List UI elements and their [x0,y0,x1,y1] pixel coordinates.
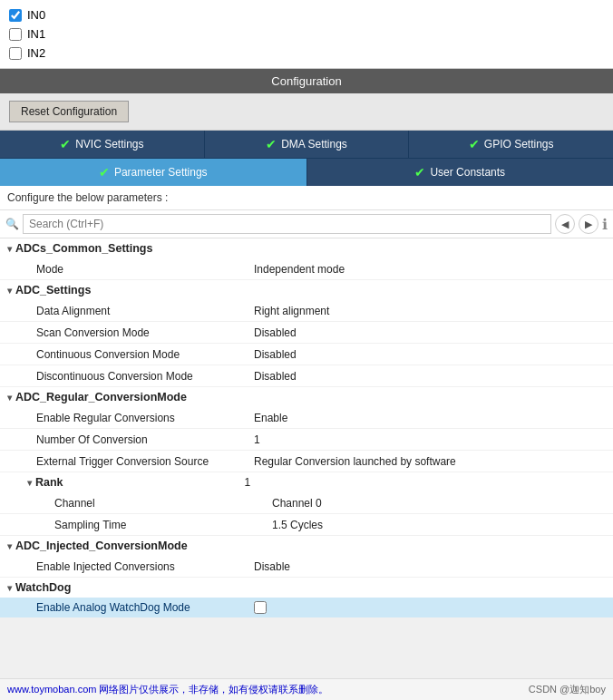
gpio-check-icon: ✔ [469,137,480,151]
tab-dma-settings[interactable]: ✔ DMA Settings [205,131,410,158]
adcs-common-title: ADCs_Common_Settings [15,242,152,255]
reset-area: Reset Configuration [0,93,613,131]
discontinuous-conversion-value: Disabled [254,370,606,383]
enable-watchdog-row: Enable Analog WatchDog Mode [0,598,613,617]
continuous-conversion-value: Disabled [254,348,606,361]
section-rank: ▾ Rank 1 Channel Channel 0 Sampling Time… [0,472,613,536]
external-trigger-name: External Trigger Conversion Source [36,455,254,468]
reset-config-button[interactable]: Reset Configuration [9,101,129,122]
sampling-time-row: Sampling Time 1.5 Cycles [0,514,613,536]
adc-regular-header[interactable]: ▾ ADC_Regular_ConversionMode [0,387,613,407]
discontinuous-conversion-name: Discontinuous Conversion Mode [36,370,254,383]
adc-settings-header[interactable]: ▾ ADC_Settings [0,280,613,300]
enable-injected-value: Disable [254,560,606,573]
num-conversion-value: 1 [254,433,606,446]
channel-value: Channel 0 [272,497,606,510]
search-bar: 🔍 ◀ ▶ ℹ [0,210,613,238]
in0-checkbox[interactable] [9,9,22,22]
param-description: Configure the below parameters : [0,186,613,210]
config-header: Configuration [0,69,613,93]
data-alignment-value: Right alignment [254,305,606,317]
param-check-icon: ✔ [99,165,110,180]
checkbox-in2: IN2 [9,44,604,63]
adc-injected-header[interactable]: ▾ ADC_Injected_ConversionMode [0,536,613,556]
footer-left-text: www.toymoban.com 网络图片仅供展示，非存储，如有侵权请联系删除。 [7,683,328,696]
in1-label: IN1 [27,27,45,41]
external-trigger-value: Regular Conversion launched by software [254,455,606,468]
search-input[interactable] [23,214,551,234]
checkbox-area: IN0 IN1 IN2 [0,0,613,69]
section-adcs-common: ▾ ADCs_Common_Settings Mode Independent … [0,238,613,280]
tab-parameter-settings[interactable]: ✔ Parameter Settings [0,159,307,186]
tab-row-1: ✔ NVIC Settings ✔ DMA Settings ✔ GPIO Se… [0,131,613,158]
enable-regular-value: Enable [254,412,606,424]
tab-row-2: ✔ Parameter Settings ✔ User Constants [0,158,613,186]
watchdog-header[interactable]: ▾ WatchDog [0,578,613,598]
tab-user-constants[interactable]: ✔ User Constants [307,159,614,186]
rank-header[interactable]: ▾ Rank 1 [0,472,613,492]
search-icon: 🔍 [5,218,19,230]
data-alignment-name: Data Alignment [36,305,254,317]
gpio-tab-label: GPIO Settings [484,138,554,151]
section-adc-settings: ▾ ADC_Settings Data Alignment Right alig… [0,280,613,387]
section-adc-regular: ▾ ADC_Regular_ConversionMode Enable Regu… [0,387,613,472]
enable-injected-conversions-row: Enable Injected Conversions Disable [0,556,613,578]
tab-gpio-settings[interactable]: ✔ GPIO Settings [409,131,613,158]
watchdog-chevron: ▾ [7,583,12,593]
nvic-tab-label: NVIC Settings [75,138,143,151]
nvic-check-icon: ✔ [60,137,71,151]
footer: www.toymoban.com 网络图片仅供展示，非存储，如有侵权请联系删除。… [0,678,613,700]
adcs-mode-name: Mode [36,263,254,276]
scan-conversion-name: Scan Conversion Mode [36,326,254,339]
adc-injected-chevron: ▾ [7,541,12,551]
scan-conversion-row: Scan Conversion Mode Disabled [0,322,613,344]
user-tab-label: User Constants [430,166,505,179]
sampling-time-name: Sampling Time [54,519,272,531]
checkbox-in1: IN1 [9,24,604,44]
adc-settings-title: ADC_Settings [15,284,91,297]
dma-tab-label: DMA Settings [281,138,347,151]
adc-regular-chevron: ▾ [7,393,12,403]
enable-regular-name: Enable Regular Conversions [36,412,254,424]
rank-value: 1 [245,476,251,489]
channel-name: Channel [54,497,272,510]
discontinuous-conversion-row: Discontinuous Conversion Mode Disabled [0,365,613,387]
sampling-time-value: 1.5 Cycles [272,519,606,531]
data-alignment-row: Data Alignment Right alignment [0,300,613,322]
enable-watchdog-name: Enable Analog WatchDog Mode [36,601,254,614]
external-trigger-row: External Trigger Conversion Source Regul… [0,451,613,472]
continuous-conversion-name: Continuous Conversion Mode [36,348,254,361]
info-icon: ℹ [602,216,608,233]
adc-regular-title: ADC_Regular_ConversionMode [15,391,187,403]
prev-nav-button[interactable]: ◀ [555,214,575,234]
channel-row: Channel Channel 0 [0,492,613,514]
section-watchdog: ▾ WatchDog Enable Analog WatchDog Mode [0,578,613,617]
in2-label: IN2 [27,46,45,60]
config-header-text: Configuration [271,74,341,88]
in0-label: IN0 [27,8,45,22]
user-check-icon: ✔ [414,165,425,180]
footer-right-text: CSDN @迦知boy [529,683,606,696]
enable-injected-name: Enable Injected Conversions [36,560,254,573]
rank-title: Rank [35,476,63,489]
adcs-common-chevron: ▾ [7,244,12,254]
adcs-common-header[interactable]: ▾ ADCs_Common_Settings [0,238,613,258]
checkbox-in0: IN0 [9,5,604,24]
tab-nvic-settings[interactable]: ✔ NVIC Settings [0,131,205,158]
rank-chevron: ▾ [27,478,32,488]
enable-regular-conversions-row: Enable Regular Conversions Enable [0,407,613,429]
adc-injected-title: ADC_Injected_ConversionMode [15,540,188,552]
next-nav-button[interactable]: ▶ [579,214,598,234]
in1-checkbox[interactable] [9,28,22,41]
enable-watchdog-checkbox[interactable] [254,601,267,614]
watchdog-title: WatchDog [15,581,71,594]
in2-checkbox[interactable] [9,47,22,60]
param-tab-label: Parameter Settings [114,166,208,179]
adcs-mode-value: Independent mode [254,263,606,276]
continuous-conversion-row: Continuous Conversion Mode Disabled [0,344,613,365]
adc-settings-chevron: ▾ [7,286,12,296]
number-of-conversion-row: Number Of Conversion 1 [0,429,613,451]
section-adc-injected: ▾ ADC_Injected_ConversionMode Enable Inj… [0,536,613,578]
adcs-mode-row: Mode Independent mode [0,258,613,280]
parameter-area: Configure the below parameters : 🔍 ◀ ▶ ℹ… [0,186,613,617]
